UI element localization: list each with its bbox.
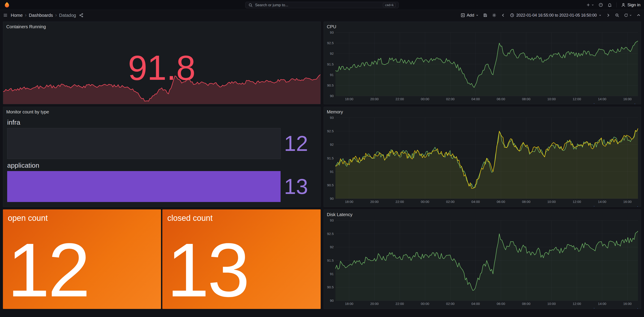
panel-title: Containers Running bbox=[3, 22, 320, 30]
svg-text:10:00: 10:00 bbox=[547, 302, 556, 305]
panel-title: Monitor count by type bbox=[3, 107, 320, 115]
svg-text:04:00: 04:00 bbox=[471, 200, 480, 204]
add-label: Add bbox=[467, 13, 474, 18]
svg-text:91: 91 bbox=[330, 170, 334, 174]
panel-closed-count: closed count 13 bbox=[162, 209, 320, 309]
panel-cpu: CPU 9392.59291.59190.59018:0020:0022:000… bbox=[324, 22, 641, 104]
zoom-out-icon bbox=[615, 13, 619, 18]
containers-stat-value: 91.8 bbox=[3, 51, 320, 85]
chevron-right-icon bbox=[606, 13, 610, 18]
legend-header-row: minmaxavgcurrent bbox=[327, 102, 638, 104]
svg-text:02:00: 02:00 bbox=[446, 200, 454, 204]
bar-gauge-row: 13 bbox=[7, 171, 316, 202]
svg-text:18:00: 18:00 bbox=[345, 200, 353, 204]
legend-header-current[interactable]: current bbox=[624, 103, 638, 104]
legend-header-row: minmaxavgcurrent bbox=[327, 205, 638, 207]
svg-text:22:00: 22:00 bbox=[396, 97, 404, 101]
panel-title: Memory bbox=[324, 107, 641, 115]
svg-text:16:00: 16:00 bbox=[623, 200, 632, 204]
svg-text:93: 93 bbox=[330, 218, 334, 222]
shortcut-badge: cmd+k bbox=[383, 3, 396, 7]
svg-text:92.5: 92.5 bbox=[327, 129, 334, 133]
breadcrumb-separator-icon: › bbox=[55, 13, 57, 18]
breadcrumb-home[interactable]: Home bbox=[11, 13, 22, 18]
legend-header-avg[interactable]: avg bbox=[610, 307, 624, 309]
panel-add-icon bbox=[460, 13, 465, 18]
svg-text:91.5: 91.5 bbox=[327, 156, 334, 160]
new-menu-button[interactable] bbox=[586, 3, 594, 7]
svg-text:91.5: 91.5 bbox=[327, 258, 334, 262]
timeseries-svg: 9392.59291.59190.59018:0020:0022:0000:00… bbox=[324, 30, 640, 102]
save-dashboard-button[interactable] bbox=[483, 13, 488, 18]
grafana-logo-icon[interactable] bbox=[4, 2, 10, 8]
notifications-button[interactable] bbox=[608, 3, 612, 7]
collapse-toolbar-button[interactable] bbox=[636, 13, 641, 18]
svg-text:00:00: 00:00 bbox=[421, 200, 429, 204]
refresh-button[interactable] bbox=[624, 13, 632, 18]
svg-text:18:00: 18:00 bbox=[345, 302, 353, 305]
dashboard-settings-button[interactable] bbox=[492, 13, 496, 18]
svg-text:90: 90 bbox=[330, 197, 334, 200]
memory-legend: minmaxavgcurrentsystem.cpu.idle(*)90.492… bbox=[324, 204, 641, 207]
svg-text:08:00: 08:00 bbox=[522, 200, 530, 204]
svg-text:16:00: 16:00 bbox=[623, 97, 632, 101]
zoom-out-time-button[interactable] bbox=[615, 13, 619, 18]
svg-text:20:00: 20:00 bbox=[370, 97, 379, 101]
legend-header-max[interactable]: max bbox=[596, 206, 610, 207]
question-circle-icon: ? bbox=[598, 3, 603, 7]
chevron-down-icon bbox=[599, 14, 602, 17]
time-range-forward-button[interactable] bbox=[606, 13, 610, 18]
time-range-back-button[interactable] bbox=[501, 13, 506, 18]
memory-chart[interactable]: 9392.59291.59190.59018:0020:0022:0000:00… bbox=[324, 115, 640, 204]
svg-text:14:00: 14:00 bbox=[598, 200, 606, 204]
legend-header-current[interactable]: current bbox=[624, 307, 638, 309]
dashboard-toolbar: Home › Dashboards › Datadog Add bbox=[0, 10, 644, 21]
add-panel-button[interactable]: Add bbox=[460, 13, 478, 18]
legend-header-min[interactable]: min bbox=[583, 206, 596, 207]
help-button[interactable]: ? bbox=[598, 3, 603, 7]
legend-header-min[interactable]: min bbox=[583, 103, 596, 104]
legend-header-avg[interactable]: avg bbox=[610, 103, 624, 104]
topnav-actions: ? Sign in bbox=[586, 3, 640, 8]
breadcrumb-separator-icon: › bbox=[25, 13, 26, 18]
mega-menu-button[interactable] bbox=[3, 13, 8, 18]
svg-text:06:00: 06:00 bbox=[497, 200, 505, 204]
chevron-left-icon bbox=[501, 13, 506, 18]
time-range-label: 2022-01-04 16:55:00 to 2022-01-05 16:50:… bbox=[516, 13, 597, 18]
legend-header-current[interactable]: current bbox=[624, 206, 638, 207]
dashboard-grid: Containers Running 91.8 CPU 9392.59291.5… bbox=[0, 21, 644, 311]
timeseries-svg: 9392.59291.59190.59018:0020:0022:0000:00… bbox=[324, 115, 640, 204]
legend-header-max[interactable]: max bbox=[596, 103, 610, 104]
bar-gauge-label: infra bbox=[7, 119, 316, 126]
search-input[interactable]: Search or jump to... cmd+k bbox=[246, 2, 398, 8]
panel-title: open count bbox=[3, 209, 161, 227]
svg-text:90: 90 bbox=[330, 299, 334, 302]
bell-icon bbox=[608, 3, 612, 7]
svg-text:00:00: 00:00 bbox=[421, 302, 429, 305]
svg-text:12:00: 12:00 bbox=[572, 97, 581, 101]
time-range-picker[interactable]: 2022-01-04 16:55:00 to 2022-01-05 16:50:… bbox=[510, 13, 602, 18]
svg-text:?: ? bbox=[600, 4, 602, 6]
panel-open-count: open count 12 bbox=[3, 209, 161, 309]
breadcrumb-current: Datadog bbox=[59, 13, 76, 18]
svg-text:10:00: 10:00 bbox=[547, 97, 556, 101]
svg-text:14:00: 14:00 bbox=[598, 302, 606, 305]
plus-icon bbox=[586, 3, 590, 7]
disk-latency-chart[interactable]: 9392.59291.59190.59018:0020:0022:0000:00… bbox=[324, 218, 640, 306]
sign-in-label: Sign in bbox=[628, 3, 640, 8]
chevron-down-icon bbox=[476, 14, 478, 17]
person-icon bbox=[621, 3, 626, 7]
legend-header-max[interactable]: max bbox=[596, 307, 610, 309]
legend-header-avg[interactable]: avg bbox=[610, 206, 624, 207]
panel-monitor-count: Monitor count by type infra 12 applicati… bbox=[3, 107, 321, 207]
svg-text:08:00: 08:00 bbox=[522, 97, 530, 101]
legend-header-min[interactable]: min bbox=[583, 307, 596, 309]
svg-text:91.5: 91.5 bbox=[327, 62, 334, 66]
cpu-chart[interactable]: 9392.59291.59190.59018:0020:0022:0000:00… bbox=[324, 30, 640, 102]
svg-text:06:00: 06:00 bbox=[497, 97, 505, 101]
sign-in-button[interactable]: Sign in bbox=[621, 3, 640, 8]
svg-text:92: 92 bbox=[330, 143, 334, 146]
share-dashboard-button[interactable] bbox=[79, 13, 84, 18]
breadcrumb-dashboards[interactable]: Dashboards bbox=[29, 13, 53, 18]
top-navbar: Search or jump to... cmd+k ? bbox=[0, 0, 644, 10]
